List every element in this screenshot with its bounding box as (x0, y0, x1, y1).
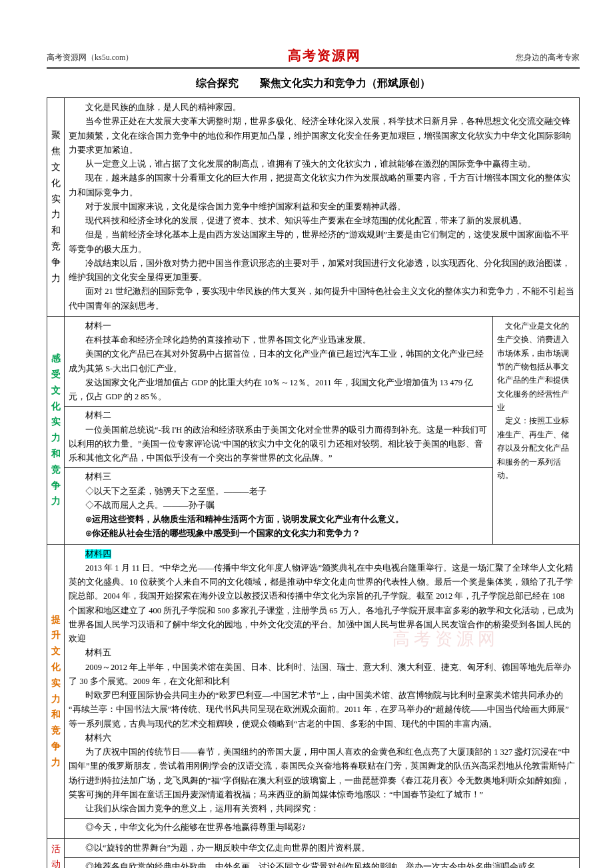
divider (65, 857, 579, 858)
material-1-title: 材料一 (69, 319, 488, 333)
section-1-content: 文化是民族的血脉，是人民的精神家园。 当今世界正处在大发展大变革大调整时期，世界… (65, 98, 579, 316)
material-2-title: 材料二 (69, 409, 488, 423)
activity-line: ◎以“旋转的世界舞台”为题，办一期反映中华文亿走向世界的图片资料展。 (69, 841, 575, 855)
material-5-title: 材料五 (69, 646, 575, 660)
header-rule (47, 67, 580, 69)
para: 文化是民族的血脉，是人民的精神家园。 (69, 101, 575, 115)
question-2: ⊙你还能从社会生活的哪些现象中感受到一个国家的文化实力和竞争力？ (69, 527, 488, 541)
side-para: 文化产业是文化的生产交换、消费进入市场体系，由市场调节的产物包括从事文化产品的生… (497, 319, 575, 415)
header-left: 高考资源网（ks5u.com） (47, 52, 133, 63)
material-3-title: 材料三 (69, 470, 488, 484)
para: 当今世界正处在大发展大变革大调整时期，世界多极化、经济全球化深入发展，科学技术日… (69, 115, 575, 157)
section-3-content: 材料四 2013 年 1 月 11 日。“中华之光——传播中华文化年度人物评选”… (65, 545, 579, 838)
section-2-sidebar: 文化产业是文化的生产交换、消费进入市场体系，由市场调节的产物包括从事文化产品的生… (492, 317, 579, 544)
section-2-content: 材料一 在科技革命和经济全球化趋势的直接推动下，世界各国文化产业迅速发展。 美国… (65, 317, 492, 544)
para: 面对 21 世纪激烈的国际竞争，要实现中华民族的伟大复兴，如何提升中国特色社会主… (69, 285, 575, 313)
section-4-content: ◎以“旋转的世界舞台”为题，办一期反映中华文亿走向世界的图片资料展。 ◎推荐各自… (65, 839, 579, 869)
para: 对于发展中国家来说，文化是综合国力竞争中维护国家利益和安全的重要精神武器。 (69, 200, 575, 214)
question-3: ◎今天，中华文化为什么能够在世界各地赢得尊重与喝彩? (69, 821, 575, 835)
page-header: 高考资源网（ks5u.com） 高考资源网 您身边的高考专家 (47, 47, 580, 65)
side-para: 定义：按照工业标准生产、再生产、储存以及分配文化产品和服务的一系列活动。 (497, 414, 575, 482)
main-table: 聚焦文化实力和竞争力 文化是民族的血脉，是人民的精神家园。 当今世界正处在大发展… (47, 97, 580, 868)
para: 冷战结束以后，国外敌对势力把中国当作意识形态的主要对手，加紧对我国进行文化渗透，… (69, 257, 575, 285)
divider (65, 467, 492, 468)
header-logo-text: 高考资源网 (288, 47, 361, 65)
activity-line: ◎推荐各自欣赏的经典中外歌曲、中外名画，讨论不同文化背景对创作风格的影响，举办一… (69, 860, 575, 868)
para: 一位美国前总统说“-我 I'H 的政治和经济联系由于美国文化对全世界的吸引力而得… (69, 423, 488, 466)
header-right: 您身边的高考专家 (516, 52, 580, 63)
question-1: ⊙运用这些资料，从物质生活和精神生活两个方面，说明发展文化产业有什么意义。 (69, 513, 488, 527)
para: 2013 年 1 月 11 日。“中华之光——传播中华文化年度人物评选”颁奖典礼… (69, 561, 575, 647)
para: 在科技革命和经济全球化趋势的直接推动下，世界各国文化产业迅速发展。 (69, 333, 488, 347)
para: 从一定意义上说，谁占据了文化发展的制高点，谁拥有了强大的文化软实力，谁就能够在激… (69, 157, 575, 171)
document-title: 综合探究 聚焦文化实力和竞争力（邢斌原创） (47, 77, 580, 91)
divider (65, 406, 492, 407)
para: 现代科技和经济全球化的发展，促进了资本、技术、知识等生产要素在全球范围的优化配置… (69, 214, 575, 228)
para: 时欧罗巴利亚国际协会共同主办的“欧罗巴利亚—-中国艺术节”上，由中国美术馆、故宫… (69, 689, 575, 731)
section-1-row: 聚焦文化实力和竞争力 文化是民族的血脉，是人民的精神家园。 当今世界正处在大发展… (47, 98, 579, 317)
material-4-title: 材料四 (69, 547, 575, 561)
para: 为了庆祝中国的传统节日——春节，美国纽约的帝国大厦，用中国人喜欢的金黄色和红色点… (69, 745, 575, 802)
para: 发达国家文化产业增加值占 GDP 的比重大约在 10％～12％。2011 年，我… (69, 376, 488, 405)
quote-line: ◇不战而屈人之兵。———孙子嘱 (69, 499, 488, 513)
section-4-label: 活动建 (47, 839, 65, 869)
para: 2009～2012 年上半年，中国美术馆在美国、日本、比利时、法国、瑞士、意大利… (69, 661, 575, 689)
page: 高考资源网（ks5u.com） 高考资源网 您身边的高考专家 综合探究 聚焦文化… (0, 0, 613, 868)
material-6-title: 材料六 (69, 731, 575, 745)
para: 美国的文化产品已在其对外贸易中占据首位，日本的文化产业产值已超过汽车工业，韩国的… (69, 347, 488, 376)
section-3-row: 提升文化实力和竞争力 材料四 2013 年 1 月 11 日。“中华之光——传播… (47, 545, 579, 839)
section-1-label: 聚焦文化实力和竞争力 (47, 98, 65, 316)
section-4-row: 活动建 ◎以“旋转的世界舞台”为题，办一期反映中华文亿走向世界的图片资料展。 ◎… (47, 839, 579, 869)
divider (65, 818, 579, 819)
para: 现在，越来越多的国家十分看重文化的巨大作用，把提高文化软实力作为发展战略的重要内… (69, 171, 575, 200)
section-3-label: 提升文化实力和竞争力 (47, 545, 65, 838)
para: 但是，当前经济全球化基本上是由西方发达国家主导的，世界经济的“游戏规则”主要是由… (69, 228, 575, 257)
section-2-label: 感受文化实力和竞争力 (47, 317, 65, 544)
discuss-intro: 让我们从综合国力竞争的意义上，运用有关资料，共同探究： (69, 802, 575, 816)
quote-line: ◇以天下之至柔，驰骋天下之至坚。———老子 (69, 485, 488, 499)
section-2-row: 感受文化实力和竞争力 材料一 在科技革命和经济全球化趋势的直接推动下，世界各国文… (47, 317, 579, 545)
